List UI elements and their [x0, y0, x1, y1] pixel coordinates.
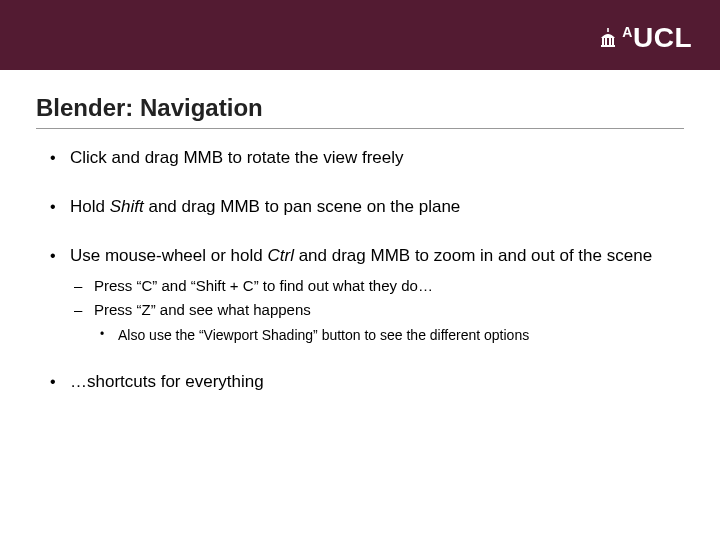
- content: Click and drag MMB to rotate the view fr…: [0, 129, 720, 394]
- logo-text: AUCL: [621, 22, 692, 54]
- logo-sup: A: [622, 24, 633, 40]
- svg-rect-3: [609, 38, 611, 45]
- svg-rect-2: [605, 38, 607, 45]
- bullet-shortcuts: …shortcuts for everything: [48, 371, 672, 394]
- page-title: Blender: Navigation: [0, 70, 720, 128]
- slide: AUCL Blender: Navigation Click and drag …: [0, 0, 720, 540]
- ucl-logo: AUCL: [599, 22, 692, 54]
- header-banner: AUCL: [0, 0, 720, 70]
- svg-rect-0: [601, 45, 615, 47]
- svg-rect-4: [612, 38, 614, 45]
- bullet-zoom: Use mouse-wheel or hold Ctrl and drag MM…: [48, 245, 672, 345]
- sub-bullet-z: Press “Z” and see what happens Also use …: [70, 300, 672, 345]
- subsub-viewport: Also use the “Viewport Shading” button t…: [94, 326, 672, 345]
- sub-bullet-c: Press “C” and “Shift + C” to find out wh…: [70, 276, 672, 296]
- dome-icon: [599, 27, 617, 49]
- bullet-rotate: Click and drag MMB to rotate the view fr…: [48, 147, 672, 170]
- svg-rect-1: [602, 38, 604, 45]
- svg-rect-5: [608, 28, 610, 32]
- bullet-pan: Hold Shift and drag MMB to pan scene on …: [48, 196, 672, 219]
- logo-main: UCL: [633, 22, 692, 53]
